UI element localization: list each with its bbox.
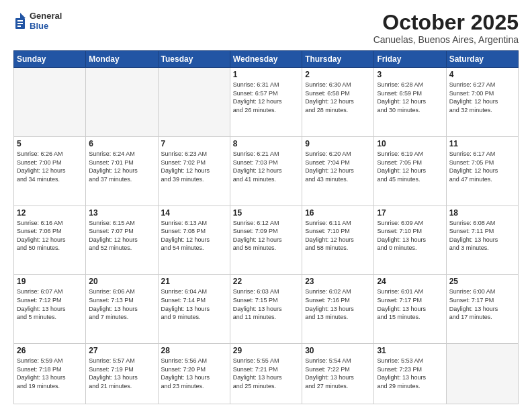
logo-general-text: General	[30, 11, 62, 21]
calendar-day-cell: 26Sunrise: 5:59 AM Sunset: 7:18 PM Dayli…	[14, 344, 86, 404]
calendar-day-cell: 9Sunrise: 6:20 AM Sunset: 7:04 PM Daylig…	[302, 136, 374, 205]
calendar-header-friday: Friday	[374, 51, 446, 68]
calendar-day-cell: 23Sunrise: 6:02 AM Sunset: 7:16 PM Dayli…	[302, 275, 374, 344]
day-info: Sunrise: 6:01 AM Sunset: 7:17 PM Dayligh…	[377, 287, 443, 321]
day-info: Sunrise: 6:02 AM Sunset: 7:16 PM Dayligh…	[305, 287, 371, 321]
calendar-day-cell: 11Sunrise: 6:17 AM Sunset: 7:05 PM Dayli…	[446, 136, 518, 205]
day-info: Sunrise: 6:08 AM Sunset: 7:11 PM Dayligh…	[449, 219, 515, 253]
day-number: 2	[305, 70, 371, 79]
day-info: Sunrise: 6:21 AM Sunset: 7:03 PM Dayligh…	[233, 150, 299, 183]
day-info: Sunrise: 5:57 AM Sunset: 7:19 PM Dayligh…	[89, 357, 154, 390]
calendar-day-cell: 28Sunrise: 5:56 AM Sunset: 7:20 PM Dayli…	[158, 344, 230, 404]
calendar-day-cell: 29Sunrise: 5:55 AM Sunset: 7:21 PM Dayli…	[230, 344, 302, 404]
day-info: Sunrise: 6:13 AM Sunset: 7:08 PM Dayligh…	[161, 219, 227, 253]
calendar-week-row: 26Sunrise: 5:59 AM Sunset: 7:18 PM Dayli…	[14, 344, 519, 404]
day-info: Sunrise: 6:20 AM Sunset: 7:04 PM Dayligh…	[305, 150, 371, 183]
day-info: Sunrise: 5:54 AM Sunset: 7:22 PM Dayligh…	[305, 357, 371, 390]
day-info: Sunrise: 6:04 AM Sunset: 7:14 PM Dayligh…	[161, 287, 227, 321]
calendar-day-cell: 31Sunrise: 5:53 AM Sunset: 7:23 PM Dayli…	[374, 344, 446, 404]
day-number: 18	[449, 208, 515, 218]
calendar-day-cell: 30Sunrise: 5:54 AM Sunset: 7:22 PM Dayli…	[302, 344, 374, 404]
calendar-day-cell: 5Sunrise: 6:26 AM Sunset: 7:00 PM Daylig…	[14, 136, 86, 205]
calendar-day-cell	[86, 68, 158, 137]
calendar-day-cell: 7Sunrise: 6:23 AM Sunset: 7:02 PM Daylig…	[158, 136, 230, 205]
day-info: Sunrise: 6:09 AM Sunset: 7:10 PM Dayligh…	[377, 219, 443, 253]
day-info: Sunrise: 6:07 AM Sunset: 7:12 PM Dayligh…	[17, 287, 83, 321]
day-number: 24	[377, 277, 443, 286]
day-info: Sunrise: 6:19 AM Sunset: 7:05 PM Dayligh…	[377, 150, 443, 183]
day-info: Sunrise: 6:24 AM Sunset: 7:01 PM Dayligh…	[89, 150, 154, 183]
calendar-week-row: 1Sunrise: 6:31 AM Sunset: 6:57 PM Daylig…	[14, 68, 519, 137]
svg-rect-4	[17, 26, 21, 27]
month-title: October 2025	[373, 11, 519, 34]
calendar-header-tuesday: Tuesday	[158, 51, 230, 68]
calendar-day-cell: 24Sunrise: 6:01 AM Sunset: 7:17 PM Dayli…	[374, 275, 446, 344]
location: Canuelas, Buenos Aires, Argentina	[373, 34, 519, 45]
logo-text: General Blue	[30, 11, 62, 31]
calendar-week-row: 19Sunrise: 6:07 AM Sunset: 7:12 PM Dayli…	[14, 275, 519, 344]
calendar-table: SundayMondayTuesdayWednesdayThursdayFrid…	[13, 50, 519, 404]
svg-rect-3	[17, 23, 23, 24]
day-info: Sunrise: 6:23 AM Sunset: 7:02 PM Dayligh…	[161, 150, 227, 183]
calendar-day-cell: 13Sunrise: 6:15 AM Sunset: 7:07 PM Dayli…	[86, 205, 158, 275]
day-info: Sunrise: 6:28 AM Sunset: 6:59 PM Dayligh…	[377, 81, 443, 114]
day-number: 27	[89, 346, 154, 355]
calendar-day-cell: 22Sunrise: 6:03 AM Sunset: 7:15 PM Dayli…	[230, 275, 302, 344]
calendar-day-cell: 27Sunrise: 5:57 AM Sunset: 7:19 PM Dayli…	[86, 344, 158, 404]
calendar-day-cell: 21Sunrise: 6:04 AM Sunset: 7:14 PM Dayli…	[158, 275, 230, 344]
svg-rect-2	[17, 20, 23, 21]
calendar-day-cell: 20Sunrise: 6:06 AM Sunset: 7:13 PM Dayli…	[86, 275, 158, 344]
calendar-header-sunday: Sunday	[14, 51, 86, 68]
day-info: Sunrise: 6:11 AM Sunset: 7:10 PM Dayligh…	[305, 219, 371, 253]
calendar-day-cell: 10Sunrise: 6:19 AM Sunset: 7:05 PM Dayli…	[374, 136, 446, 205]
calendar-day-cell: 25Sunrise: 6:00 AM Sunset: 7:17 PM Dayli…	[446, 275, 518, 344]
calendar-day-cell: 3Sunrise: 6:28 AM Sunset: 6:59 PM Daylig…	[374, 68, 446, 137]
day-number: 30	[305, 346, 371, 355]
day-info: Sunrise: 6:17 AM Sunset: 7:05 PM Dayligh…	[449, 150, 515, 183]
day-info: Sunrise: 6:03 AM Sunset: 7:15 PM Dayligh…	[233, 287, 299, 321]
day-number: 26	[17, 346, 83, 355]
day-number: 4	[449, 70, 515, 79]
logo: General Blue	[13, 11, 62, 31]
day-number: 28	[161, 346, 227, 355]
calendar-day-cell: 15Sunrise: 6:12 AM Sunset: 7:09 PM Dayli…	[230, 205, 302, 275]
day-info: Sunrise: 5:56 AM Sunset: 7:20 PM Dayligh…	[161, 357, 227, 390]
day-number: 25	[449, 277, 515, 286]
day-info: Sunrise: 6:31 AM Sunset: 6:57 PM Dayligh…	[233, 81, 299, 114]
day-number: 13	[89, 208, 154, 218]
calendar-day-cell: 18Sunrise: 6:08 AM Sunset: 7:11 PM Dayli…	[446, 205, 518, 275]
day-number: 16	[305, 208, 371, 218]
title-block: October 2025 Canuelas, Buenos Aires, Arg…	[373, 11, 519, 45]
day-info: Sunrise: 6:26 AM Sunset: 7:00 PM Dayligh…	[17, 150, 83, 183]
day-number: 8	[233, 139, 299, 148]
day-info: Sunrise: 6:16 AM Sunset: 7:06 PM Dayligh…	[17, 219, 83, 253]
calendar-header-saturday: Saturday	[446, 51, 518, 68]
header: General Blue October 2025 Canuelas, Buen…	[13, 11, 519, 45]
day-info: Sunrise: 6:00 AM Sunset: 7:17 PM Dayligh…	[449, 287, 515, 321]
calendar-day-cell: 8Sunrise: 6:21 AM Sunset: 7:03 PM Daylig…	[230, 136, 302, 205]
day-number: 10	[377, 139, 443, 148]
calendar-day-cell	[14, 68, 86, 137]
calendar-week-row: 5Sunrise: 6:26 AM Sunset: 7:00 PM Daylig…	[14, 136, 519, 205]
day-number: 5	[17, 139, 83, 148]
logo-icon	[13, 11, 27, 30]
day-number: 22	[233, 277, 299, 286]
day-number: 9	[305, 139, 371, 148]
day-number: 7	[161, 139, 227, 148]
calendar-day-cell	[446, 344, 518, 404]
day-number: 14	[161, 208, 227, 218]
svg-marker-0	[20, 13, 26, 18]
day-info: Sunrise: 5:55 AM Sunset: 7:21 PM Dayligh…	[233, 357, 299, 390]
calendar-header-thursday: Thursday	[302, 51, 374, 68]
calendar-day-cell: 12Sunrise: 6:16 AM Sunset: 7:06 PM Dayli…	[14, 205, 86, 275]
day-info: Sunrise: 6:27 AM Sunset: 7:00 PM Dayligh…	[449, 81, 515, 114]
day-info: Sunrise: 6:06 AM Sunset: 7:13 PM Dayligh…	[89, 287, 154, 321]
day-info: Sunrise: 6:30 AM Sunset: 6:58 PM Dayligh…	[305, 81, 371, 114]
day-number: 21	[161, 277, 227, 286]
calendar-day-cell: 14Sunrise: 6:13 AM Sunset: 7:08 PM Dayli…	[158, 205, 230, 275]
day-number: 31	[377, 346, 443, 355]
calendar-day-cell	[158, 68, 230, 137]
calendar-day-cell: 17Sunrise: 6:09 AM Sunset: 7:10 PM Dayli…	[374, 205, 446, 275]
day-info: Sunrise: 6:12 AM Sunset: 7:09 PM Dayligh…	[233, 219, 299, 253]
day-number: 1	[233, 70, 299, 79]
